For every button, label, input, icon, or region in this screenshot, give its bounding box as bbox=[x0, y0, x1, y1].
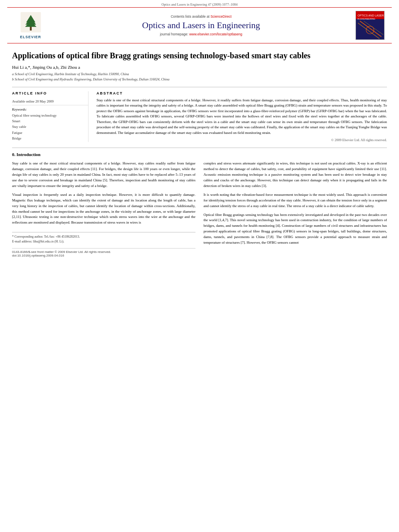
elsevier-label: ELSEVIER bbox=[20, 35, 41, 39]
affiliations: a School of Civil Engineering, Harbin In… bbox=[12, 72, 387, 82]
keywords-label: Keywords: bbox=[12, 107, 82, 111]
divider-top bbox=[12, 87, 387, 87]
abstract-text: Stay cable is one of the most critical s… bbox=[97, 98, 387, 136]
footnote-area: * Corresponding author. Tel./fax: +86 45… bbox=[12, 232, 195, 244]
footer-issn: 0143-8166/$-see front matter © 2009 Else… bbox=[12, 250, 195, 254]
keyword-5: Bridge bbox=[12, 136, 82, 141]
keyword-1: Optical fibre sensing technology bbox=[12, 113, 82, 118]
journal-cover-image: OPTICS AND LASERS IN ENGINEERING bbox=[356, 11, 385, 40]
journal-main-title: Optics and Lasers in Engineering bbox=[47, 20, 356, 31]
keyword-2: Smart bbox=[12, 118, 82, 124]
homepage-link[interactable]: www.elsevier.com/locate/optlaseng bbox=[189, 32, 242, 36]
main-col-right: complex and stress waves attenuate signi… bbox=[204, 161, 387, 257]
journal-title-area: Contents lists available at ScienceDirec… bbox=[47, 14, 356, 36]
footer-doi: doi:10.1016/j.optlaseng.2009.04.016 bbox=[12, 254, 195, 257]
affiliation-b: b School of Civil Engineering and Hydrau… bbox=[12, 77, 387, 82]
citation-bar: Optics and Lasers in Engineering 47 (200… bbox=[0, 0, 399, 7]
left-para1: Stay cable is one of the most critical s… bbox=[12, 161, 195, 189]
page: Optics and Lasers in Engineering 47 (200… bbox=[0, 0, 399, 532]
keywords-list: Optical fibre sensing technology Smart S… bbox=[12, 113, 82, 142]
journal-homepage: journal homepage: www.elsevier.com/locat… bbox=[47, 32, 356, 36]
elsevier-tree-icon bbox=[20, 12, 42, 34]
article-info-heading: ARTICLE INFO bbox=[12, 91, 82, 95]
info-abstract-cols: ARTICLE INFO Available online 20 May 200… bbox=[12, 91, 387, 142]
main-col-left: Stay cable is one of the most critical s… bbox=[12, 161, 195, 257]
divider-mid bbox=[12, 148, 387, 148]
article-info-col: ARTICLE INFO Available online 20 May 200… bbox=[12, 91, 88, 142]
svg-text:IN ENGINEERING: IN ENGINEERING bbox=[358, 18, 375, 20]
elsevier-logo: ELSEVIER bbox=[14, 12, 47, 39]
left-para2: Visual inspection is frequently used as … bbox=[12, 192, 195, 226]
affiliation-a: a School of Civil Engineering, Harbin In… bbox=[12, 72, 387, 77]
right-para2: It is worth noting that the vibration-ba… bbox=[204, 192, 387, 209]
copyright-line: © 2009 Elsevier Ltd. All rights reserved… bbox=[97, 138, 387, 142]
article-title: Applications of optical fibre Bragg grat… bbox=[12, 51, 387, 61]
right-para3: Optical fibre Bragg gratings sensing tec… bbox=[204, 212, 387, 246]
keyword-3: Stay cable bbox=[12, 124, 82, 129]
page-footer: 0143-8166/$-see front matter © 2009 Else… bbox=[12, 248, 195, 257]
main-two-col: Stay cable is one of the most critical s… bbox=[12, 161, 387, 257]
sciencedirect-link[interactable]: ScienceDirect bbox=[210, 14, 231, 18]
authors-line: Hui Li a,*, Jinping Ou a,b, Zhi Zhou a bbox=[12, 65, 387, 70]
footnote-email: E-mail address: lihu@hit.edu.cn (H. Li). bbox=[12, 239, 195, 244]
keyword-4: Fatigue bbox=[12, 130, 82, 136]
footnote-corresponding: * Corresponding author. Tel./fax: +86 45… bbox=[12, 234, 195, 239]
available-online: Available online 20 May 2009 bbox=[12, 98, 88, 105]
abstract-col: ABSTRACT Stay cable is one of the most c… bbox=[97, 91, 387, 142]
svg-text:OPTICS AND LASERS: OPTICS AND LASERS bbox=[358, 14, 384, 17]
abstract-heading: ABSTRACT bbox=[97, 91, 387, 95]
right-para1: complex and stress waves attenuate signi… bbox=[204, 161, 387, 189]
journal-header: ELSEVIER Contents lists available at Sci… bbox=[7, 7, 392, 43]
citation-text: Optics and Lasers in Engineering 47 (200… bbox=[161, 2, 237, 6]
contents-line: Contents lists available at ScienceDirec… bbox=[47, 14, 356, 18]
section0-heading: 0. Introduction bbox=[12, 152, 387, 157]
article-body: Applications of optical fibre Bragg grat… bbox=[0, 43, 399, 265]
